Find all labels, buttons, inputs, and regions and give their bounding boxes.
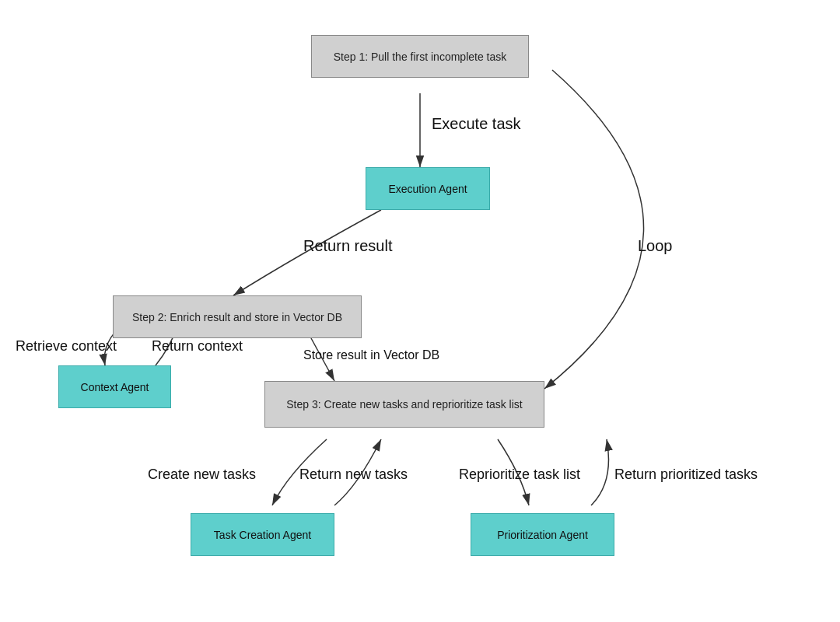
retrieve-context-label: Retrieve context — [16, 338, 117, 355]
execute-task-label: Execute task — [432, 115, 521, 133]
diagram-container: Step 1: Pull the first incomplete task E… — [0, 0, 840, 622]
step1-box: Step 1: Pull the first incomplete task — [311, 35, 529, 78]
step2-label: Step 2: Enrich result and store in Vecto… — [132, 311, 342, 323]
prioritization-agent-label: Prioritization Agent — [497, 529, 588, 541]
execution-agent-label: Execution Agent — [388, 183, 467, 195]
context-agent-box: Context Agent — [58, 365, 171, 408]
execution-agent-box: Execution Agent — [366, 167, 490, 210]
step1-label: Step 1: Pull the first incomplete task — [334, 51, 507, 63]
return-new-tasks-label: Return new tasks — [299, 466, 408, 483]
task-creation-agent-label: Task Creation Agent — [214, 529, 311, 541]
prioritization-agent-box: Prioritization Agent — [471, 513, 614, 556]
loop-label: Loop — [638, 237, 673, 255]
store-result-label: Store result in Vector DB — [303, 348, 439, 362]
return-prioritized-tasks-label: Return prioritized tasks — [614, 466, 758, 483]
context-agent-label: Context Agent — [81, 381, 149, 393]
step2-box: Step 2: Enrich result and store in Vecto… — [113, 295, 362, 338]
task-creation-agent-box: Task Creation Agent — [191, 513, 334, 556]
step3-label: Step 3: Create new tasks and reprioritiz… — [286, 398, 522, 411]
return-result-label: Return result — [303, 237, 393, 255]
return-context-label: Return context — [152, 338, 243, 355]
step3-box: Step 3: Create new tasks and reprioritiz… — [264, 381, 544, 428]
create-new-tasks-label: Create new tasks — [148, 466, 256, 483]
reprioritize-task-list-label: Reprioritize task list — [459, 466, 580, 483]
